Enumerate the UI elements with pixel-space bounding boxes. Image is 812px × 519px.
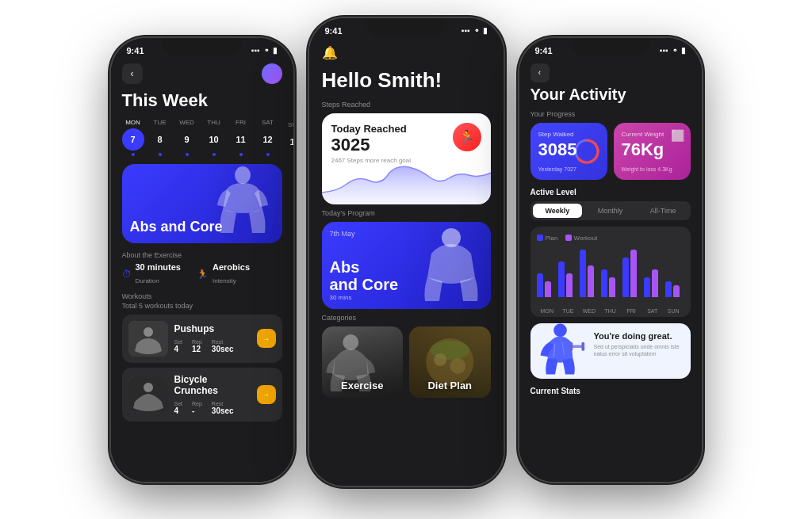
bicycle-stats: Set 4 Rep - Rest 30sec [174, 401, 251, 415]
clock-icon: ⏱ [122, 269, 132, 280]
steps-chart [322, 161, 491, 204]
category-exercise[interactable]: Exercise [322, 326, 404, 398]
p3-active-label: Active Level [530, 188, 691, 197]
p2-categories-grid: Exercise Diet Plan [322, 326, 491, 398]
pushups-info: Pushups Set 4 Rep 12 Rest [174, 323, 251, 353]
calendar-day-tue[interactable]: TUE 8 [149, 119, 171, 156]
intensity-value: Aerobics [213, 262, 250, 272]
promo-figure [534, 323, 590, 379]
signal-icon: ▪▪▪ [251, 46, 260, 55]
run-icon: 🏃 [197, 269, 209, 280]
p3-title: Your Activity [519, 86, 702, 110]
svg-point-0 [235, 166, 251, 184]
svg-rect-16 [581, 342, 584, 350]
current-weight-card[interactable]: ⬜ Current Weight 76Kg Weight to loss 4.3… [614, 123, 691, 180]
workout-card-bicycle[interactable]: Bicycle Crunches Set 4 Rep - Res [122, 368, 282, 422]
step-yesterday: Yesterday 7027 [538, 166, 599, 172]
promo-text: Sed ut perspiciatis unde omnis iste natu… [594, 343, 683, 359]
diet-label: Diet Plan [427, 380, 472, 391]
phone-1: 9:41 ▪▪▪ ⚬ ▮ ‹ This Week [111, 38, 293, 482]
time-3: 9:41 [535, 46, 553, 55]
p2-steps-card[interactable]: 🏃 Today Reached 3025 2467 Steps more rea… [322, 113, 491, 204]
svg-point-6 [343, 334, 358, 350]
bar-wed [580, 250, 598, 297]
signal-icon-3: ▪▪▪ [660, 46, 668, 55]
calendar-day-thu[interactable]: THU 10 [203, 119, 225, 156]
p1-avatar [262, 63, 282, 84]
calendar-day-fri[interactable]: FRI 11 [230, 119, 252, 156]
program-sub: 30 mins [330, 294, 352, 301]
bar-chart-container: Plan Workout [530, 227, 691, 317]
notch-1 [163, 38, 242, 55]
p2-header: 🔔 [309, 39, 504, 65]
battery-icon-2: ▮ [483, 26, 488, 35]
intensity-label: Intensity [213, 277, 236, 284]
bicycle-image [128, 376, 168, 412]
program-image [396, 222, 491, 309]
p1-back-button[interactable]: ‹ [122, 63, 143, 84]
p2-steps-label: Steps Reached [322, 101, 491, 109]
tab-weekly[interactable]: Weekly [533, 204, 583, 218]
tab-alltime[interactable]: All-Time [638, 204, 688, 218]
p1-duration: ⏱ 30 minutes Duration [122, 262, 181, 286]
pushups-stats: Set 4 Rep 12 Rest 30sec [174, 339, 251, 353]
pushups-arrow[interactable]: → [257, 329, 276, 348]
pushups-image [128, 321, 168, 357]
calendar-day-wed[interactable]: WED 9 [176, 119, 198, 156]
p1-about-label: About the Exercise [111, 251, 293, 262]
workout-card-pushups[interactable]: Pushups Set 4 Rep 12 Rest [122, 315, 282, 363]
bar-mon [537, 273, 555, 297]
p2-program-card[interactable]: 7th May Absand Core 30 mins [322, 222, 491, 309]
bicycle-arrow[interactable]: → [257, 385, 276, 404]
chart-labels: MON TUE WED THU FRI SAT SUN [537, 308, 684, 314]
p3-progress-cards: Step Walked 3085 Yesterday 7027 ⬜ [519, 123, 702, 188]
status-icons-1: ▪▪▪ ⚬ ▮ [251, 46, 278, 55]
bell-icon[interactable]: 🔔 [322, 46, 338, 59]
p3-header: ‹ [519, 59, 702, 86]
svg-point-13 [553, 323, 567, 337]
p1-title: This Week [111, 90, 293, 119]
p1-workouts-title: Workouts [111, 292, 293, 302]
svg-point-9 [434, 353, 446, 366]
tab-monthly[interactable]: Monthly [585, 204, 635, 218]
p2-program-label: Today's Program [322, 209, 491, 217]
calendar-day-sat[interactable]: SAT 12 [257, 119, 279, 156]
back-icon: ‹ [131, 68, 134, 79]
battery-icon: ▮ [273, 46, 278, 55]
p2-categories-section: Categories Exer [309, 314, 504, 403]
signal-icon-2: ▪▪▪ [462, 26, 470, 35]
svg-rect-14 [571, 345, 583, 348]
program-date: 7th May [330, 230, 355, 238]
p3-progress-label: Your Progress [519, 110, 702, 123]
step-walked-card[interactable]: Step Walked 3085 Yesterday 7027 [530, 123, 607, 180]
bar-sat [644, 269, 662, 297]
p3-back-button[interactable]: ‹ [530, 63, 550, 82]
p3-active-section: Active Level Weekly Monthly All-Time Pla… [519, 188, 702, 323]
bar-chart [537, 245, 684, 308]
weight-icon: ⬜ [671, 129, 684, 142]
notch-3 [571, 38, 650, 55]
svg-point-4 [144, 383, 153, 392]
p3-back-icon: ‹ [538, 68, 541, 77]
wifi-icon-2: ⚬ [473, 26, 480, 35]
status-icons-2: ▪▪▪ ⚬ ▮ [462, 26, 488, 35]
p1-hero-card[interactable]: Abs and Core [122, 164, 282, 243]
weight-loss: Weight to loss 4.3Kg [622, 166, 683, 172]
calendar-day-mon[interactable]: MON 7 [122, 119, 144, 156]
svg-point-10 [450, 358, 465, 374]
calendar-day-sun[interactable]: SUN 13 [284, 121, 293, 153]
duration-value: 30 minutes [136, 262, 181, 272]
p1-exercise-info: ⏱ 30 minutes Duration 🏃 Aerobics Intensi… [111, 262, 293, 292]
category-diet[interactable]: Diet Plan [409, 326, 491, 398]
battery-icon-3: ▮ [681, 46, 686, 55]
pushups-name: Pushups [174, 323, 251, 334]
p1-workouts-subtitle: Total 5 workouts today [111, 302, 293, 315]
bicycle-name: Bicycle Crunches [174, 374, 251, 396]
duration-label: Duration [136, 277, 159, 284]
p3-tabs: Weekly Monthly All-Time [530, 201, 691, 220]
bar-fri [622, 250, 641, 297]
p2-program-section: Today's Program 7th May Absand Core 30 m… [309, 209, 504, 314]
promo-title: You're doing great. [594, 331, 683, 341]
notch-2 [366, 18, 446, 36]
status-icons-3: ▪▪▪ ⚬ ▮ [660, 46, 686, 55]
